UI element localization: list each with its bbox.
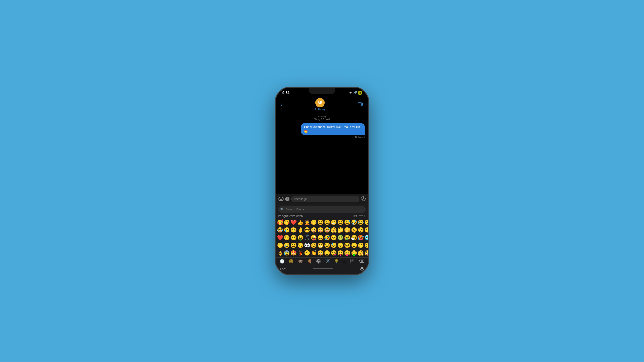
emoji-cell[interactable]: ✌️ (297, 226, 304, 234)
emoji-cell[interactable]: 🤓 (364, 249, 369, 257)
category-objects[interactable]: 💡 (334, 259, 339, 264)
emoji-cell[interactable]: 😀 (317, 219, 324, 226)
emoji-cell[interactable]: 👍 (297, 219, 304, 226)
emoji-cell[interactable]: 🙁 (364, 242, 369, 249)
emoji-cell[interactable]: 😋 (331, 249, 337, 257)
category-travel[interactable]: ✈️ (325, 259, 330, 264)
emoji-cell[interactable]: ❤️ (277, 234, 283, 241)
emoji-cell[interactable]: 😐 (304, 249, 310, 257)
category-people[interactable]: 😀 (289, 259, 294, 264)
emoji-cell[interactable]: 😝 (344, 249, 351, 257)
back-button[interactable]: ‹ (280, 101, 282, 108)
category-food[interactable]: 🍕 (307, 259, 312, 264)
section-frequently-used: FREQUENTLY USED (278, 215, 303, 217)
camera-button[interactable] (278, 196, 284, 202)
emoji-cell[interactable]: 😶 (364, 226, 369, 234)
emoji-cell[interactable]: 😌 (290, 234, 297, 241)
emoji-cell[interactable]: 😏 (324, 249, 330, 257)
emoji-cell[interactable]: 🥲 (284, 226, 290, 234)
emoji-cell[interactable]: 😓 (331, 242, 337, 249)
emoji-cell[interactable]: 😂 (277, 226, 283, 234)
emoji-cell[interactable]: 😐 (277, 242, 283, 249)
emoji-cell[interactable]: 👌 (277, 249, 283, 257)
emoji-cell[interactable]: 🤔 (337, 226, 344, 234)
status-icons: ✈ 🔗 ▮ (349, 91, 362, 95)
emoji-cell[interactable]: 😏 (297, 242, 304, 249)
emoji-picker: FREQUENTLY USED SMILEYS & 🥰 😘 ❤️ 👍 🤦 😚 😀… (276, 204, 368, 274)
emoji-cell[interactable]: 😘 (284, 219, 290, 226)
emoji-cell[interactable]: 😆 (337, 219, 344, 226)
emoji-cell[interactable]: 👏 (311, 249, 317, 257)
emoji-cell[interactable]: 🥵 (358, 234, 364, 241)
emoji-cell[interactable]: 🤦 (304, 219, 310, 226)
emoji-cell[interactable]: 🙂 (364, 219, 369, 226)
emoji-cell[interactable]: 😢 (284, 242, 290, 249)
emoji-cell[interactable]: 🤢 (337, 234, 344, 241)
audio-button[interactable] (361, 196, 366, 202)
category-activities[interactable]: ⚽ (316, 259, 321, 264)
emoji-section-header: FREQUENTLY USED SMILEYS & (276, 214, 368, 218)
emoji-cell[interactable]: 🤗 (358, 249, 364, 257)
category-symbols[interactable]: # (343, 259, 345, 264)
emoji-cell[interactable]: 😂 (358, 219, 364, 226)
emoji-cell[interactable]: 🤧 (351, 234, 357, 241)
category-nature[interactable]: 🐶 (298, 259, 303, 264)
emoji-cell[interactable]: 😅 (344, 219, 351, 226)
emoji-cell[interactable]: 😒 (324, 242, 330, 249)
emoji-cell[interactable]: 🥰 (277, 219, 283, 226)
emoji-cell[interactable]: 😎 (304, 226, 310, 234)
emoji-cell[interactable]: 😜 (311, 234, 317, 241)
message-input[interactable] (291, 196, 359, 202)
emoji-cell[interactable]: 😄 (317, 226, 324, 234)
message-bubble: Check out these Twitter-like Emojis for … (301, 123, 365, 135)
emoji-cell[interactable]: 😄 (317, 249, 324, 257)
emoji-cell[interactable]: 😄 (290, 242, 297, 249)
emoji-cell[interactable]: 😴 (331, 234, 337, 241)
emoji-cell[interactable]: 😕 (358, 242, 364, 249)
emoji-cell[interactable]: 😁 (331, 219, 337, 226)
appstore-button[interactable]: 🅐 (285, 197, 290, 202)
emoji-cell[interactable]: 🤑 (297, 234, 304, 241)
emoji-cell[interactable]: 😁 (317, 242, 324, 249)
emoji-cell[interactable]: 😔 (344, 242, 351, 249)
emoji-cell[interactable]: 😞 (337, 242, 344, 249)
emoji-cell[interactable]: 👀 (304, 242, 310, 249)
emoji-cell[interactable]: 😛 (337, 249, 344, 257)
nav-bar: ‹ AB Anthony (276, 96, 368, 112)
emoji-search-input[interactable] (278, 206, 366, 213)
emoji-cell[interactable]: 😊 (290, 226, 297, 234)
emoji-cell[interactable]: 🤩 (290, 249, 297, 257)
category-flags[interactable]: 🏴 (350, 259, 355, 264)
section-smileys: SMILEYS & (353, 215, 366, 217)
emoji-cell[interactable]: 💃 (297, 249, 304, 257)
emoji-cell[interactable]: 🤣 (351, 219, 357, 226)
delete-button[interactable]: ⌫ (359, 259, 364, 264)
emoji-cell[interactable]: 😚 (311, 219, 317, 226)
emoji-cell[interactable]: 🥶 (364, 234, 369, 241)
emoji-cell[interactable]: 😄 (324, 219, 330, 226)
emoji-cell[interactable]: 😄 (317, 234, 324, 241)
abc-button[interactable]: ABC (280, 268, 286, 271)
emoji-cell[interactable]: 🤥 (358, 226, 364, 234)
contact-info[interactable]: AB Anthony (314, 98, 325, 111)
emoji-cell[interactable]: 🤣 (324, 234, 330, 241)
home-indicator (313, 268, 333, 269)
video-call-button[interactable] (358, 102, 364, 108)
emoji-cell[interactable]: 🤮 (344, 234, 351, 241)
category-smileys[interactable]: 🕐 (280, 259, 285, 264)
mic-button[interactable] (360, 266, 364, 272)
input-area: 🅐 (276, 194, 368, 204)
emoji-cell[interactable]: 😅 (324, 226, 330, 234)
emoji-cell[interactable]: 😊 (311, 242, 317, 249)
emoji-cell[interactable]: ❤️ (290, 219, 297, 226)
keyboard-bottom: ABC (276, 265, 368, 274)
emoji-cell[interactable]: 🤑 (351, 249, 357, 257)
emoji-cell[interactable]: 🤫 (351, 226, 357, 234)
emoji-cell[interactable]: 😏 (284, 234, 290, 241)
emoji-cell[interactable]: 😟 (351, 242, 357, 249)
emoji-cell[interactable]: 🤗 (331, 226, 337, 234)
emoji-cell[interactable]: 🎵 (304, 234, 310, 241)
emoji-cell[interactable]: 🤭 (344, 226, 351, 234)
emoji-cell[interactable]: 😰 (284, 249, 290, 257)
emoji-cell[interactable]: 😃 (311, 226, 317, 234)
